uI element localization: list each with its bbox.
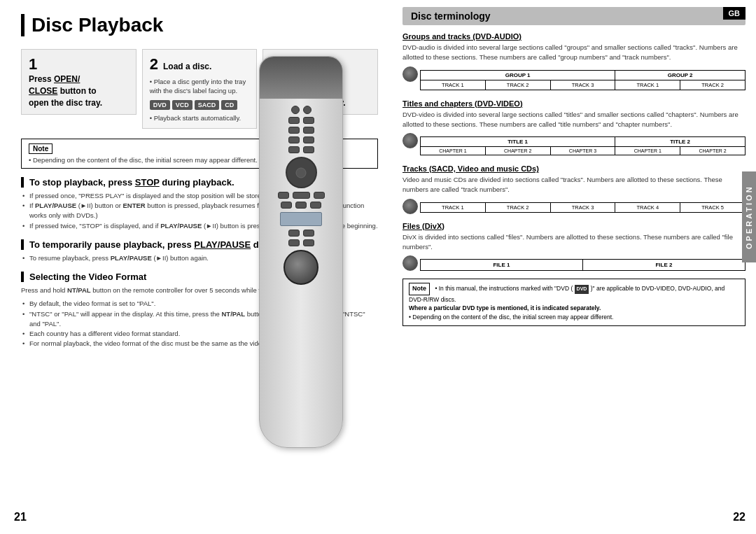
page-number-left: 21 [14, 511, 27, 524]
file-2-label: FILE 2 [583, 260, 745, 270]
remote-row-4 [265, 136, 337, 143]
remote-row-3 [265, 127, 337, 134]
remote-body [259, 56, 343, 448]
remote-row-8 [265, 230, 337, 237]
remote-row-6 [265, 192, 337, 199]
tracks-sacd-desc: Video and music CDs are divided into sec… [402, 175, 746, 195]
pause-word: PLAY/PAUSE [194, 239, 251, 250]
remote-btn-15 [303, 230, 314, 237]
remote-btn-7 [288, 146, 300, 153]
remote-btn-8 [303, 146, 314, 153]
chap-1-2: CHAPTER 2 [486, 147, 551, 155]
remote-row-1 [265, 106, 337, 114]
remote-btn-3 [288, 127, 300, 134]
sacd-t5: TRACK 5 [680, 203, 745, 212]
gb-badge: GB [723, 7, 746, 20]
title-2-label: TITLE 2 [615, 137, 745, 146]
track-g2-1: TRACK 1 [615, 80, 680, 90]
files-row: FILE 1 FILE 2 [421, 260, 745, 270]
remote-row-7 [265, 202, 337, 209]
sacd-t4: TRACK 4 [615, 203, 680, 212]
groups-tracks-desc: DVD-audio is divided into several large … [402, 43, 746, 63]
titles-chapters-section: Titles and chapters (DVD-VIDEO) DVD-vide… [402, 99, 746, 158]
title-1-label: TITLE 1 [421, 137, 615, 146]
step-2-number: 2 [150, 55, 158, 73]
group-2-label: GROUP 2 [615, 71, 745, 80]
sacd-body-row: TRACK 1 TRACK 2 TRACK 3 TRACK 4 TRACK 5 [421, 203, 745, 212]
step-2-sub2: • Playback starts automatically. [150, 113, 250, 122]
sacd-t3: TRACK 3 [551, 203, 616, 212]
remote-btn-1 [288, 117, 300, 124]
bottom-note-line-2: Where a particular DVD type is mentioned… [409, 304, 601, 311]
bottom-note-box: Note • In this manual, the instructions … [402, 279, 746, 326]
titles-track-diagram: TITLE 1 TITLE 2 CHAPTER 1 CHAPTER 2 CHAP… [420, 136, 746, 155]
remote-btn-14 [288, 230, 300, 237]
step-1-number: 1 [29, 55, 37, 73]
ntpal-bold-2: NT/PAL [222, 310, 246, 318]
remote-row-5 [265, 146, 337, 153]
sacd-badge: SACD [195, 100, 220, 110]
files-diagram-row: FILE 1 FILE 2 [402, 255, 746, 273]
tracks-sacd-heading: Tracks (SACD, Video and music CDs) [402, 164, 746, 173]
chap-2-2: CHAPTER 2 [680, 147, 745, 155]
sacd-t1: TRACK 1 [421, 203, 486, 212]
disc-badges: DVD VCD SACD CD [150, 100, 250, 110]
remote-btn-4 [303, 127, 314, 134]
bottom-note-line-3: • Depending on the content of the disc, … [409, 314, 613, 321]
bottom-note-line-1: • In this manual, the instructions marke… [409, 285, 724, 303]
remote-display [280, 212, 322, 226]
vcd-badge: VCD [172, 100, 192, 110]
remote-dpad-center [296, 167, 307, 178]
remote-btn-2 [303, 117, 314, 124]
remote-dpad [286, 157, 317, 188]
group-1-label: GROUP 1 [421, 71, 615, 80]
track-g1-3: TRACK 3 [551, 80, 616, 90]
disc-circle-4 [402, 255, 418, 271]
step-1-open: OPEN/CLOSE [29, 74, 80, 96]
remote-buttons [260, 102, 342, 292]
step-2-text: Load a disc. [163, 62, 211, 71]
titles-chapters-diagram: TITLE 1 TITLE 2 CHAPTER 1 CHAPTER 2 CHAP… [420, 133, 746, 157]
remote-top [260, 57, 342, 99]
stop-word: STOP [135, 177, 160, 188]
disc-circle-3 [402, 199, 418, 214]
operation-sidebar: OPERATION [742, 171, 756, 262]
remote-btn-9 [278, 192, 289, 199]
groups-body-row: TRACK 1 TRACK 2 TRACK 3 TRACK 1 TRACK 2 [421, 80, 745, 90]
tracks-sacd-diagram: TRACK 1 TRACK 2 TRACK 3 TRACK 4 TRACK 5 [420, 199, 746, 215]
file-1-label: FILE 1 [421, 260, 583, 270]
remote-btn-power [291, 106, 300, 114]
remote-row-2 [265, 117, 337, 124]
titles-header-row: TITLE 1 TITLE 2 [421, 137, 745, 147]
remote-btn-11 [281, 202, 292, 209]
files-divx-section: Files (DivX) DivX is divided into sectio… [402, 222, 746, 274]
note-label: Note [29, 143, 52, 154]
pause-bold-1: PLAY/PAUSE [111, 254, 152, 262]
groups-tracks-diagram: GROUP 1 GROUP 2 TRACK 1 TRACK 2 TRACK 3 … [420, 66, 746, 92]
dvd-inline-badge: DVD [575, 285, 589, 294]
sacd-t2: TRACK 2 [486, 203, 551, 212]
groups-tracks-heading: Groups and tracks (DVD-AUDIO) [402, 32, 746, 41]
remote-control-area [245, 56, 357, 462]
groups-track-diagram: GROUP 1 GROUP 2 TRACK 1 TRACK 2 TRACK 3 … [420, 70, 746, 90]
remote-btn-17 [303, 239, 314, 246]
groups-tracks-section: Groups and tracks (DVD-AUDIO) DVD-audio … [402, 32, 746, 92]
chap-1-1: CHAPTER 1 [421, 147, 486, 155]
track-g2-2: TRACK 2 [680, 80, 745, 90]
cd-badge: CD [221, 100, 237, 110]
ntpal-bold: NT/PAL [67, 286, 91, 294]
step-1-text: Press OPEN/CLOSE button toopen the disc … [29, 73, 129, 108]
track-g1-1: TRACK 1 [421, 80, 486, 90]
titles-chapters-diagram-row: TITLE 1 TITLE 2 CHAPTER 1 CHAPTER 2 CHAP… [402, 133, 746, 157]
chap-2-1: CHAPTER 1 [615, 147, 680, 155]
titles-chapters-heading: Titles and chapters (DVD-VIDEO) [402, 99, 746, 108]
remote-btn-16 [288, 239, 300, 246]
step-2-box: 2 Load a disc. • Place a disc gently int… [142, 49, 258, 129]
tracks-sacd-diagram-row: TRACK 1 TRACK 2 TRACK 3 TRACK 4 TRACK 5 [402, 199, 746, 215]
files-divx-desc: DivX is divided into sections called "fi… [402, 232, 746, 253]
sacd-track-diagram: TRACK 1 TRACK 2 TRACK 3 TRACK 4 TRACK 5 [420, 202, 746, 213]
step-1-box: 1 Press OPEN/CLOSE button toopen the dis… [21, 49, 136, 115]
remote-btn-12 [295, 202, 307, 209]
remote-row-9 [265, 239, 337, 246]
stop-bold-2: PLAY/PAUSE [35, 202, 76, 209]
